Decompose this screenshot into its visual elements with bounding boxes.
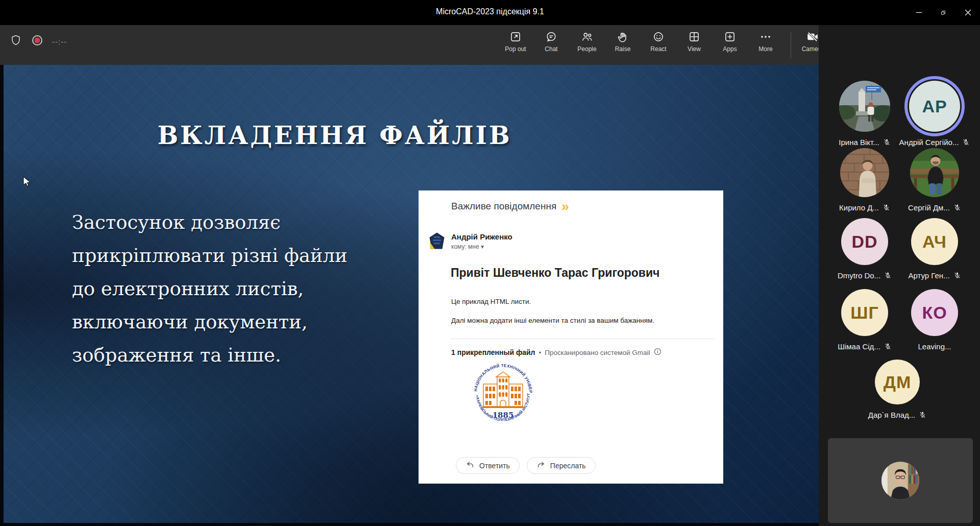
close-button[interactable] xyxy=(955,0,980,25)
chat-icon xyxy=(545,30,558,43)
forward-arrow-icon xyxy=(536,461,546,470)
recipient-row[interactable]: кому: мне ▾ xyxy=(451,243,484,250)
participant-tile[interactable]: DDDmytro Do... xyxy=(829,218,900,280)
screen-share-stage: ВКЛАДЕННЯ ФАЙЛІВ Застосунок дозволяє при… xyxy=(0,65,819,526)
mic-off-icon xyxy=(953,204,961,211)
reply-button[interactable]: Ответить xyxy=(456,457,520,474)
toolbar-button-label: Pop out xyxy=(505,45,526,53)
reply-arrow-icon xyxy=(465,461,475,470)
slide-body-text: Застосунок дозволяє прикріплювати різні … xyxy=(72,206,348,372)
participant-initials: АР xyxy=(909,81,960,132)
dot-separator: • xyxy=(539,349,542,356)
sender-name: Андрій Риженко xyxy=(451,232,512,241)
record-icon xyxy=(31,34,44,49)
chevron-down-icon: ▾ xyxy=(481,243,484,250)
participant-initials: АЧ xyxy=(911,218,958,265)
participant-tile[interactable]: КОLeaving... xyxy=(899,289,970,351)
participant-photo-avatar xyxy=(840,148,889,197)
maximize-restore-button[interactable] xyxy=(931,0,955,25)
mic-off-icon xyxy=(884,272,892,279)
participant-initials: DD xyxy=(841,218,888,265)
participant-name: Шімаа Сід... xyxy=(838,342,880,351)
toolbar-button-raise[interactable]: Raise xyxy=(605,30,641,53)
self-webcam-photo xyxy=(881,462,919,499)
participant-initials-avatar: DD xyxy=(841,218,888,265)
mic-off-icon xyxy=(883,204,890,211)
toolbar-button-react[interactable]: React xyxy=(641,30,676,53)
forward-button[interactable]: Переслать xyxy=(527,457,596,474)
participant-tile[interactable]: ДМДар`я Влад... xyxy=(862,360,933,419)
toolbar-button-chat[interactable]: Chat xyxy=(533,30,569,53)
participant-tile[interactable]: Сергій Дм... xyxy=(899,148,970,212)
participant-tile[interactable]: Ірина Вікт... xyxy=(829,81,900,147)
email-banner: Важливе повідомлення » xyxy=(451,201,569,212)
participant-initials: ДМ xyxy=(875,360,920,404)
participants-panel: Ірина Вікт...АРАндрій Сергійо...Кирило Д… xyxy=(819,25,980,526)
importance-marker-icon: » xyxy=(561,201,569,211)
mouse-cursor xyxy=(23,176,31,189)
participant-tile[interactable]: ШГШімаа Сід... xyxy=(829,289,900,351)
title-bar: MicroCAD-2023 підсекція 9.1 xyxy=(0,0,980,25)
mic-off-icon xyxy=(953,272,961,279)
toolbar-button-people[interactable]: People xyxy=(569,30,605,53)
raise-icon xyxy=(616,30,629,43)
react-icon xyxy=(652,30,665,43)
camera-off-icon xyxy=(806,30,819,43)
participant-initials-avatar: ШГ xyxy=(841,289,888,336)
participant-initials-avatar: КО xyxy=(911,289,958,336)
toolbar-button-more[interactable]: More xyxy=(748,30,783,53)
participant-name: Андрій Сергійо... xyxy=(899,138,959,147)
toolbar-button-label: Raise xyxy=(615,45,631,53)
participant-photo-avatar xyxy=(910,148,959,197)
toolbar-button-label: React xyxy=(650,45,666,53)
toolbar-button-label: Chat xyxy=(545,45,557,53)
participant-name: Ірина Вікт... xyxy=(839,138,879,147)
participant-name: Leaving... xyxy=(918,342,951,351)
email-subject: Привіт Шевченко Тарас Григорович xyxy=(451,266,659,280)
forward-button-label: Переслать xyxy=(550,462,586,470)
toolbar-button-label: View xyxy=(688,45,701,53)
slide-body-line: прикріплювати різні файли xyxy=(72,239,348,272)
email-actions: Ответить Переслать xyxy=(456,457,596,474)
logo-year-text: 1885 xyxy=(493,411,514,420)
mic-off-icon xyxy=(962,138,970,146)
participant-initials-avatar: АР xyxy=(909,81,960,132)
self-video-tile[interactable] xyxy=(828,438,973,523)
toolbar-button-popout[interactable]: Pop out xyxy=(498,30,533,53)
toolbar-button-label: People xyxy=(577,45,596,53)
recipient-text: кому: мне xyxy=(451,243,479,250)
toolbar-button-label: More xyxy=(758,45,772,53)
minimize-button[interactable] xyxy=(906,0,931,25)
mic-off-icon xyxy=(884,343,892,350)
slide-body-line: до електронних листів, xyxy=(72,272,348,305)
toolbar-separator xyxy=(791,32,791,58)
people-icon xyxy=(580,30,594,43)
participant-tile[interactable]: АРАндрій Сергійо... xyxy=(899,81,970,147)
participant-tile[interactable]: АЧАртур Ген... xyxy=(899,218,970,280)
participant-photo-avatar xyxy=(839,81,890,132)
toolbar-button-view[interactable]: View xyxy=(676,30,712,53)
slide-title: ВКЛАДЕННЯ ФАЙЛІВ xyxy=(4,121,666,150)
toolbar-button-apps[interactable]: Apps xyxy=(712,30,748,53)
gmail-screenshot: Важливе повідомлення » Андрій Риженко ко… xyxy=(419,190,723,484)
sender-avatar xyxy=(427,231,447,251)
participant-name: Дар`я Влад... xyxy=(868,411,915,419)
slide-body-line: Застосунок дозволяє xyxy=(72,206,348,239)
participant-name: Dmytro Do... xyxy=(838,271,880,280)
slide-body-line: включаючи документи, xyxy=(72,305,348,339)
participant-tile[interactable]: Кирило Д... xyxy=(829,148,900,212)
participant-name: Артур Ген... xyxy=(908,271,949,280)
meeting-timer: --:-- xyxy=(52,37,67,46)
participant-initials-avatar: ДМ xyxy=(875,360,920,404)
reply-button-label: Ответить xyxy=(479,462,510,470)
info-icon[interactable] xyxy=(654,348,662,357)
attachment-count: 1 прикрепленный файл xyxy=(451,348,535,356)
mic-off-icon xyxy=(883,138,891,146)
window-controls xyxy=(906,0,980,25)
scanned-text: Просканировано системой Gmail xyxy=(545,349,650,356)
attachment-info-row: 1 прикрепленный файл • Просканировано си… xyxy=(451,348,662,357)
attachment-image[interactable]: НАЦІОНАЛЬНИЙ ТЕХНІЧНИЙ УНІВЕРСИТЕТ «ХАРК… xyxy=(454,362,552,429)
toolbar-center-group: Pop outChatPeopleRaiseReactViewAppsMore xyxy=(498,30,783,53)
participant-name: Кирило Д... xyxy=(839,203,879,212)
attachment-divider xyxy=(450,339,714,339)
